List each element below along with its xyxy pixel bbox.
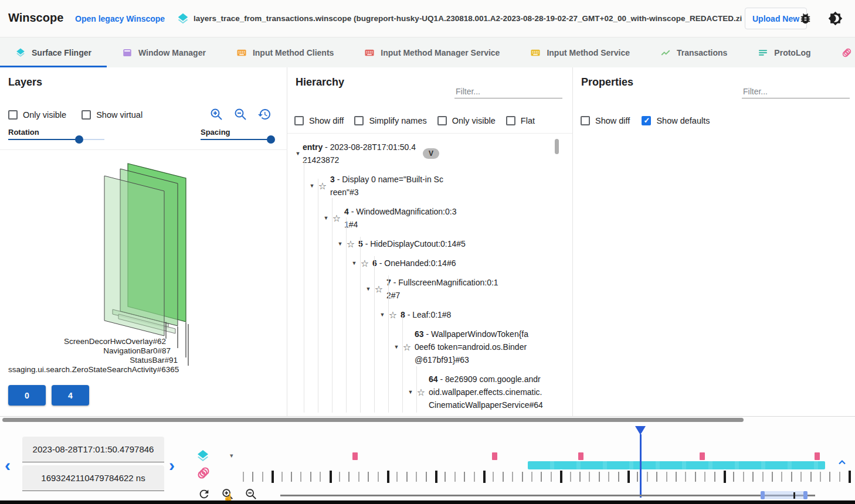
- expand-arrow-icon[interactable]: ▼: [364, 286, 373, 292]
- tab-transitions[interactable]: Transitions: [826, 38, 855, 67]
- checkbox-box[interactable]: [437, 116, 447, 125]
- transition-marker[interactable]: [815, 452, 820, 460]
- zoom-range-handle-right[interactable]: [803, 491, 808, 499]
- restore-view-icon[interactable]: [257, 107, 272, 121]
- checkbox-simplify-names[interactable]: Simplify names: [354, 116, 426, 125]
- transition-marker[interactable]: [700, 452, 705, 460]
- zoom-range-track[interactable]: [280, 495, 815, 496]
- upload-new-button[interactable]: Upload New: [745, 8, 807, 29]
- layers-3d-viewport[interactable]: ScreenDecorHwcOverlay#62NavigationBar0#8…: [0, 149, 287, 379]
- tab-input-method-clients[interactable]: Input Method Clients: [221, 38, 349, 67]
- checkbox-box[interactable]: [354, 116, 364, 125]
- zoom-range-handle-left[interactable]: [761, 491, 765, 499]
- rotation-slider[interactable]: [8, 139, 104, 140]
- hierarchy-panel: Hierarchy Show diffSimplify namesOnly vi…: [287, 67, 573, 416]
- timeline-tick: [666, 472, 667, 482]
- transition-marker[interactable]: [352, 452, 358, 460]
- tree-node[interactable]: ▼☆5 - HideDisplayCutout:0:14#5: [293, 237, 556, 250]
- zoom-in-icon[interactable]: [209, 107, 223, 121]
- checkbox-box[interactable]: ✓: [642, 116, 651, 125]
- checkbox-box[interactable]: [294, 116, 304, 125]
- star-icon[interactable]: ☆: [331, 213, 342, 224]
- display-button-0[interactable]: 0: [8, 385, 46, 406]
- spacing-slider-fill: [201, 139, 271, 140]
- tree-node[interactable]: ▼☆3 - Display 0 name="Built-in Screen"#3: [293, 173, 556, 199]
- timeline-zoom-out-icon[interactable]: [245, 488, 257, 500]
- checkbox-label: Only visible: [452, 116, 496, 125]
- zoom-range-selection[interactable]: [761, 491, 808, 499]
- star-icon[interactable]: ☆: [345, 239, 357, 250]
- previous-entry-button[interactable]: ‹: [5, 457, 11, 474]
- tree-node[interactable]: ▼☆8 - Leaf:0:1#8: [293, 308, 556, 321]
- timeline-tick: [656, 472, 657, 482]
- timeline-tick: [579, 472, 581, 482]
- trace-dropdown-caret-icon[interactable]: ▾: [230, 452, 233, 459]
- next-entry-button[interactable]: ›: [169, 457, 175, 474]
- spacing-slider-thumb[interactable]: [267, 135, 275, 144]
- star-icon[interactable]: ☆: [359, 258, 371, 269]
- legacy-winscope-link[interactable]: Open legacy Winscope: [75, 14, 165, 23]
- timestamp-human-field[interactable]: 2023-08-28T17:01:50.4797846: [22, 437, 164, 462]
- star-icon[interactable]: ☆: [373, 284, 385, 295]
- transition-marker[interactable]: [492, 452, 497, 460]
- hierarchy-scrollbar[interactable]: [555, 139, 559, 154]
- timeline-tick: [637, 472, 638, 482]
- expand-arrow-icon[interactable]: ▼: [392, 344, 401, 350]
- expand-arrow-icon[interactable]: ▼: [321, 215, 331, 221]
- dark-mode-icon[interactable]: [828, 11, 843, 26]
- playhead-handle[interactable]: [635, 426, 646, 435]
- expand-arrow-icon[interactable]: ▼: [378, 312, 387, 318]
- tab-transactions[interactable]: Transactions: [645, 38, 742, 67]
- checkbox-box[interactable]: [506, 116, 515, 125]
- checkbox-show-virtual[interactable]: Show virtual: [82, 110, 142, 120]
- app-title: Winscope: [8, 11, 63, 25]
- tree-node[interactable]: ▼☆63 - WallpaperWindowToken{fa0eef6 toke…: [293, 328, 556, 366]
- tree-node[interactable]: ▼entry - 2023-08-28T17:01:50.421423872V: [293, 141, 556, 166]
- star-icon[interactable]: ☆: [415, 387, 427, 398]
- expand-arrow-icon[interactable]: ▼: [307, 183, 317, 189]
- layers-panel: Layers Only visibleShow virtual Rotation…: [0, 67, 287, 416]
- list-icon: [758, 47, 768, 58]
- expand-arrow-icon[interactable]: ▼: [335, 241, 345, 247]
- tab-input-method-manager-service[interactable]: Input Method Manager Service: [349, 38, 515, 67]
- timestamp-ns-field[interactable]: 1693242110479784622 ns: [22, 465, 164, 491]
- collapse-timeline-icon[interactable]: [836, 457, 848, 468]
- properties-filter-input[interactable]: [742, 85, 850, 98]
- hierarchy-filter-input[interactable]: [454, 85, 562, 98]
- playhead-line[interactable]: [640, 434, 642, 498]
- tree-indent-guide: [402, 315, 403, 413]
- refresh-icon[interactable]: [198, 488, 211, 500]
- checkbox-box[interactable]: [581, 116, 590, 125]
- expand-arrow-icon[interactable]: ▼: [406, 389, 415, 395]
- checkbox-only-visible[interactable]: Only visible: [437, 116, 496, 125]
- display-button-4[interactable]: 4: [52, 385, 89, 406]
- checkbox-flat[interactable]: Flat: [506, 116, 535, 125]
- checkbox-show-diff[interactable]: Show diff: [294, 116, 344, 125]
- expand-arrow-icon[interactable]: ▼: [350, 260, 359, 266]
- rotation-slider-thumb[interactable]: [75, 135, 83, 144]
- tree-node[interactable]: ▼☆4 - WindowedMagnification:0:31#4: [293, 205, 556, 231]
- transition-marker[interactable]: [578, 452, 583, 460]
- tab-window-manager[interactable]: Window Manager: [107, 38, 221, 67]
- spacing-slider[interactable]: [201, 139, 271, 140]
- tree-node[interactable]: ▼☆64 - 8e26909 com.google.android.wallpa…: [293, 373, 556, 411]
- tab-protolog[interactable]: ProtoLog: [742, 38, 826, 67]
- timeline-horizontal-scrollbar[interactable]: [2, 418, 744, 422]
- expand-arrow-icon[interactable]: ▼: [293, 151, 303, 156]
- tree-node[interactable]: ▼☆6 - OneHanded:0:14#6: [293, 257, 556, 270]
- checkbox-show-defaults[interactable]: ✓Show defaults: [642, 116, 710, 125]
- checkbox-box[interactable]: [82, 110, 91, 120]
- tab-input-method-service[interactable]: Input Method Service: [515, 38, 645, 67]
- hierarchy-divider: [287, 133, 572, 134]
- star-icon[interactable]: ☆: [387, 309, 399, 321]
- tree-node[interactable]: ▼☆7 - FullscreenMagnification:0:12#7: [293, 276, 556, 302]
- bug-report-icon[interactable]: [799, 12, 812, 25]
- zoom-out-icon[interactable]: [233, 107, 247, 121]
- tab-surface-flinger[interactable]: Surface Flinger: [0, 38, 107, 67]
- checkbox-show-diff[interactable]: Show diff: [581, 116, 630, 125]
- star-icon[interactable]: ☆: [317, 181, 328, 192]
- star-icon[interactable]: ☆: [401, 342, 413, 353]
- checkbox-only-visible[interactable]: Only visible: [8, 110, 66, 120]
- checkbox-box[interactable]: [8, 110, 18, 120]
- sf-coverage-bar[interactable]: [528, 461, 825, 469]
